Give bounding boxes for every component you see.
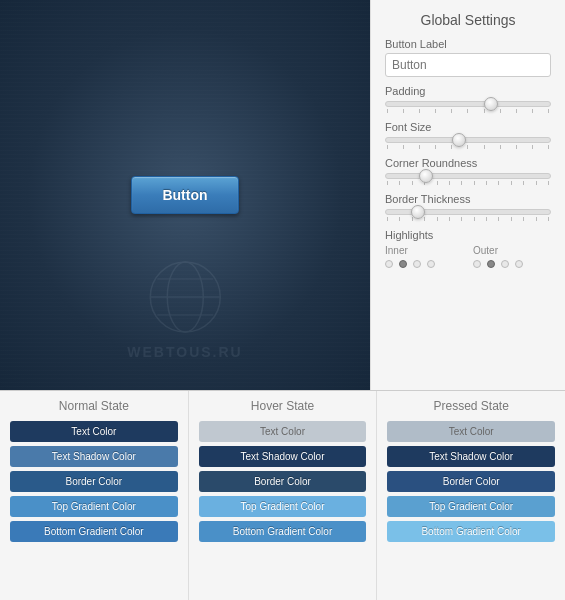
button-label-group: Button Label: [385, 38, 551, 77]
hover-text-color-btn[interactable]: Text Color: [199, 421, 367, 442]
watermark: WEBTOUS.RU: [127, 257, 242, 360]
border-thickness-label: Border Thickness: [385, 193, 551, 205]
font-size-group: Font Size: [385, 121, 551, 149]
pressed-top-gradient-btn[interactable]: Top Gradient Color: [387, 496, 555, 517]
normal-text-color-btn[interactable]: Text Color: [10, 421, 178, 442]
pressed-state-title: Pressed State: [387, 399, 555, 413]
pressed-text-color-btn[interactable]: Text Color: [387, 421, 555, 442]
font-size-label: Font Size: [385, 121, 551, 133]
inner-dot-4[interactable]: [427, 260, 435, 268]
normal-state-panel: Normal State Text Color Text Shadow Colo…: [0, 391, 189, 600]
inner-dot-1[interactable]: [385, 260, 393, 268]
inner-dot-3[interactable]: [413, 260, 421, 268]
preview-button[interactable]: Button: [131, 176, 238, 214]
border-thickness-group: Border Thickness: [385, 193, 551, 221]
padding-group: Padding: [385, 85, 551, 113]
pressed-shadow-color-btn[interactable]: Text Shadow Color: [387, 446, 555, 467]
main-layout: WEBTOUS.RU Button Global Settings Button…: [0, 0, 565, 600]
hover-state-panel: Hover State Text Color Text Shadow Color…: [189, 391, 378, 600]
hover-state-title: Hover State: [199, 399, 367, 413]
outer-highlight-group: Outer: [473, 245, 551, 270]
normal-bottom-gradient-btn[interactable]: Bottom Gradient Color: [10, 521, 178, 542]
settings-title: Global Settings: [385, 12, 551, 28]
padding-slider[interactable]: [385, 101, 551, 113]
normal-border-color-btn[interactable]: Border Color: [10, 471, 178, 492]
button-label-label: Button Label: [385, 38, 551, 50]
corner-roundness-slider[interactable]: [385, 173, 551, 185]
normal-top-gradient-btn[interactable]: Top Gradient Color: [10, 496, 178, 517]
top-section: WEBTOUS.RU Button Global Settings Button…: [0, 0, 565, 390]
pressed-state-panel: Pressed State Text Color Text Shadow Col…: [377, 391, 565, 600]
outer-dot-3[interactable]: [501, 260, 509, 268]
inner-highlight-group: Inner: [385, 245, 463, 270]
pressed-bottom-gradient-btn[interactable]: Bottom Gradient Color: [387, 521, 555, 542]
corner-roundness-group: Corner Roundness: [385, 157, 551, 185]
corner-roundness-label: Corner Roundness: [385, 157, 551, 169]
pressed-border-color-btn[interactable]: Border Color: [387, 471, 555, 492]
outer-dots[interactable]: [473, 258, 551, 270]
settings-panel: Global Settings Button Label Padding: [370, 0, 565, 390]
hover-bottom-gradient-btn[interactable]: Bottom Gradient Color: [199, 521, 367, 542]
inner-dots[interactable]: [385, 258, 463, 270]
outer-dot-2[interactable]: [487, 260, 495, 268]
padding-label: Padding: [385, 85, 551, 97]
hover-shadow-color-btn[interactable]: Text Shadow Color: [199, 446, 367, 467]
button-label-input[interactable]: [385, 53, 551, 77]
outer-dot-4[interactable]: [515, 260, 523, 268]
hover-top-gradient-btn[interactable]: Top Gradient Color: [199, 496, 367, 517]
inner-dot-2[interactable]: [399, 260, 407, 268]
preview-panel: WEBTOUS.RU Button: [0, 0, 370, 390]
normal-shadow-color-btn[interactable]: Text Shadow Color: [10, 446, 178, 467]
outer-dot-1[interactable]: [473, 260, 481, 268]
border-thickness-slider[interactable]: [385, 209, 551, 221]
highlights-label: Highlights: [385, 229, 551, 241]
highlights-row: Inner Outer: [385, 245, 551, 270]
outer-label: Outer: [473, 245, 551, 256]
font-size-slider[interactable]: [385, 137, 551, 149]
watermark-text: WEBTOUS.RU: [127, 344, 242, 360]
hover-border-color-btn[interactable]: Border Color: [199, 471, 367, 492]
highlights-section: Highlights Inner Outer: [385, 229, 551, 270]
inner-label: Inner: [385, 245, 463, 256]
bottom-section: Normal State Text Color Text Shadow Colo…: [0, 390, 565, 600]
normal-state-title: Normal State: [10, 399, 178, 413]
